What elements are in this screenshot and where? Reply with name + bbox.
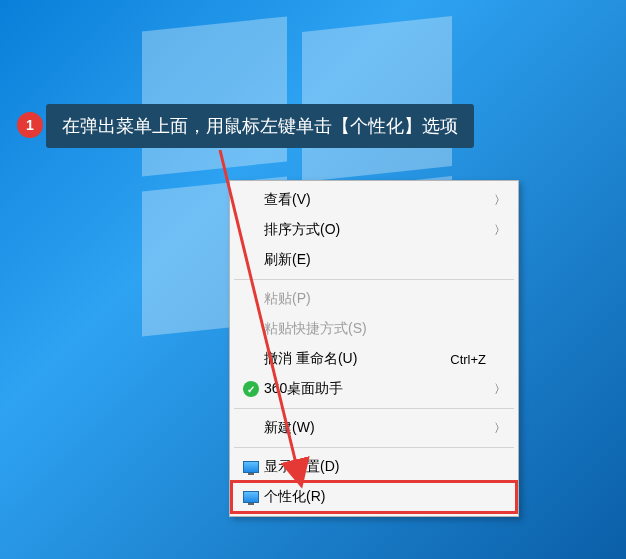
menu-label: 360桌面助手 — [264, 380, 506, 398]
monitor-icon — [243, 461, 259, 473]
chevron-right-icon: 〉 — [494, 222, 506, 239]
menu-item-view[interactable]: 查看(V) 〉 — [232, 185, 516, 215]
menu-label: 粘贴快捷方式(S) — [264, 320, 506, 338]
menu-label: 排序方式(O) — [264, 221, 506, 239]
menu-shortcut: Ctrl+Z — [450, 352, 506, 367]
menu-separator — [234, 279, 514, 280]
menu-item-paste-shortcut: 粘贴快捷方式(S) — [232, 314, 516, 344]
context-menu: 查看(V) 〉 排序方式(O) 〉 刷新(E) 粘贴(P) 粘贴快捷方式(S) … — [229, 180, 519, 517]
menu-label: 撤消 重命名(U) — [264, 350, 450, 368]
menu-item-new[interactable]: 新建(W) 〉 — [232, 413, 516, 443]
menu-item-360-assistant[interactable]: ✓ 360桌面助手 〉 — [232, 374, 516, 404]
menu-item-refresh[interactable]: 刷新(E) — [232, 245, 516, 275]
chevron-right-icon: 〉 — [494, 420, 506, 437]
menu-label: 查看(V) — [264, 191, 506, 209]
menu-separator — [234, 447, 514, 448]
menu-item-personalize[interactable]: 个性化(R) — [232, 482, 516, 512]
monitor-icon — [243, 491, 259, 503]
chevron-right-icon: 〉 — [494, 192, 506, 209]
menu-label: 粘贴(P) — [264, 290, 506, 308]
360-icon: ✓ — [243, 381, 259, 397]
menu-separator — [234, 408, 514, 409]
menu-item-paste: 粘贴(P) — [232, 284, 516, 314]
menu-label: 显示设置(D) — [264, 458, 506, 476]
menu-label: 刷新(E) — [264, 251, 506, 269]
chevron-right-icon: 〉 — [494, 381, 506, 398]
menu-label: 个性化(R) — [264, 488, 506, 506]
step-badge: 1 — [17, 112, 43, 138]
menu-item-undo-rename[interactable]: 撤消 重命名(U) Ctrl+Z — [232, 344, 516, 374]
menu-label: 新建(W) — [264, 419, 506, 437]
instruction-callout: 在弹出菜单上面，用鼠标左键单击【个性化】选项 — [46, 104, 474, 148]
desktop[interactable]: 1 在弹出菜单上面，用鼠标左键单击【个性化】选项 查看(V) 〉 排序方式(O)… — [0, 0, 626, 559]
menu-item-display-settings[interactable]: 显示设置(D) — [232, 452, 516, 482]
menu-item-sort[interactable]: 排序方式(O) 〉 — [232, 215, 516, 245]
